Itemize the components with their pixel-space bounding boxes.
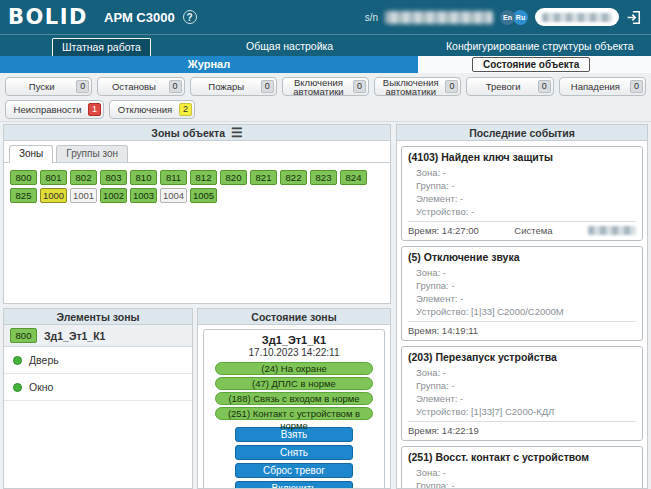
zone-button[interactable]: 821 [250,170,277,185]
counter-badge: 0 [445,80,458,93]
zone-button[interactable]: 810 [130,170,157,185]
status-bar: (188) Связь с входом в норме [215,392,373,405]
event-card[interactable]: (203) Перезапуск устройства Зона: - Груп… [401,346,643,441]
serial-label: s/n [365,12,378,23]
event-element-label: Элемент: [416,393,457,404]
counter-badge: 0 [353,80,366,93]
app-header: BOLID АРМ С3000 ? s/n En Ru [0,0,651,34]
zone-button[interactable]: 803 [100,170,127,185]
event-zone-label: Зона: [416,167,440,178]
reset-alarms-button[interactable]: Сброс тревог [235,463,353,478]
event-element-value: - [460,393,463,404]
zone-button[interactable]: 1005 [190,188,217,203]
event-zone-label: Зона: [416,267,440,278]
zone-button[interactable]: 1003 [130,188,157,203]
zone-button[interactable]: 1001 [70,188,97,203]
counter-automation-on[interactable]: Включения автоматики 0 [282,77,369,96]
counter-stops[interactable]: Остановы 0 [97,77,184,96]
zone-button[interactable]: 1002 [100,188,127,203]
zone-element-item[interactable]: Окно [4,374,192,401]
event-zone-label: Зона: [416,467,440,478]
counter-badge: 0 [630,80,643,93]
zone-button[interactable]: 800 [10,170,37,185]
event-device-value: - [471,206,474,217]
selected-zone-badge[interactable]: 800 [10,328,37,343]
zones-tabs: Зоны Группы зон [4,141,390,163]
counter-label: Отключения [118,105,172,114]
counter-alarms[interactable]: Тревоги 0 [466,77,553,96]
event-card[interactable]: (251) Восст. контакт с устройством Зона:… [401,446,643,489]
counter-starts[interactable]: Пуски 0 [5,77,92,96]
status-bar: (24) На охране [215,362,373,375]
nav-tab-normal-operation[interactable]: Штатная работа [52,38,151,57]
event-zone-value: - [443,467,446,478]
zone-button[interactable]: 825 [10,188,37,203]
lang-ru-button[interactable]: Ru [513,10,528,25]
zone-element-item[interactable]: Дверь [4,347,192,374]
zone-grid: 800 801 802 803 810 811 812 820 821 822 … [4,163,390,210]
zone-button[interactable]: 820 [220,170,247,185]
tab-zones[interactable]: Зоны [9,145,53,163]
disarm-button[interactable]: Снять [235,445,353,460]
app-title: АРМ С3000 [104,10,175,25]
event-footer: Время: 14:27:00 Система [408,221,636,238]
counter-disables[interactable]: Отключения 2 [109,100,195,119]
zone-button[interactable]: 1004 [160,188,187,203]
zone-actions: Взять Снять Сброс тревог Включить [208,427,380,489]
counter-faults[interactable]: Неисправности 1 [5,100,104,119]
hamburger-menu-icon[interactable]: ☰ [231,128,243,138]
event-device-label: Устройство: [416,306,468,317]
event-card[interactable]: (4103) Найден ключ защиты Зона: - Группа… [401,146,643,241]
zone-state-card: Зд1_Эт1_К1 17.10.2023 14:22:11 (24) На о… [203,329,385,489]
tab-zone-groups[interactable]: Группы зон [56,145,128,162]
element-label: Дверь [29,354,59,366]
event-group-label: Группа: [416,180,449,191]
zone-button[interactable]: 823 [310,170,337,185]
counter-label: Пуски [29,82,55,91]
element-label: Окно [29,381,53,393]
zone-elements-header: Элементы зоны [4,309,192,325]
tab-object-state[interactable]: Состояние объекта [472,57,590,72]
counter-label: Пожары [208,82,244,91]
counter-label: Нападения [571,82,620,91]
app: BOLID АРМ С3000 ? s/n En Ru Штатная р [0,0,651,489]
user-input[interactable] [535,8,619,26]
counter-label: Неисправности [14,105,82,114]
event-element-label: Элемент: [416,293,457,304]
zone-button[interactable]: 811 [160,170,187,185]
zone-button[interactable]: 812 [190,170,217,185]
event-zone-value: - [443,167,446,178]
event-group-value: - [451,380,454,391]
event-device-label: Устройство: [416,206,468,217]
event-time-value: 14:22:19 [442,425,479,436]
zone-button[interactable]: 822 [280,170,307,185]
zone-state-panel: Состояние зоны Зд1_Эт1_К1 17.10.2023 14:… [197,308,391,489]
zone-button[interactable]: 824 [340,170,367,185]
zone-button[interactable]: 802 [70,170,97,185]
zone-button[interactable]: 1000 [40,188,67,203]
help-icon[interactable]: ? [183,10,197,24]
language-toggle[interactable]: En Ru [500,10,528,25]
event-title: (5) Отключение звука [408,251,636,263]
main-nav: Штатная работа Общая настройка Конфигури… [0,34,651,56]
counter-label: Выключения автоматики [379,78,442,96]
event-device-value: [1|33] С2000/С2000М [471,306,564,317]
zone-button[interactable]: 801 [40,170,67,185]
event-source: Система [514,225,552,236]
tab-journal[interactable]: Журнал [0,56,418,73]
event-card[interactable]: (5) Отключение звука Зона: - Группа: - Э… [401,246,643,341]
counter-attacks[interactable]: Нападения 0 [559,77,646,96]
state-zone-name: Зд1_Эт1_К1 [208,334,380,346]
state-timestamp: 17.10.2023 14:22:11 [208,347,380,358]
logout-icon[interactable] [626,9,643,26]
arm-button[interactable]: Взять [235,427,353,442]
event-time-label: Время: [408,325,439,336]
nav-tab-general-settings[interactable]: Общая настройка [237,38,342,55]
event-title: (251) Восст. контакт с устройством [408,451,636,463]
lang-en-button[interactable]: En [500,10,515,25]
nav-tab-object-structure-config[interactable]: Конфигурирование структуры объекта [437,38,643,55]
counter-automation-off[interactable]: Выключения автоматики 0 [374,77,461,96]
enable-button[interactable]: Включить [235,481,353,489]
event-element-label: Элемент: [416,193,457,204]
counter-fires[interactable]: Пожары 0 [190,77,277,96]
